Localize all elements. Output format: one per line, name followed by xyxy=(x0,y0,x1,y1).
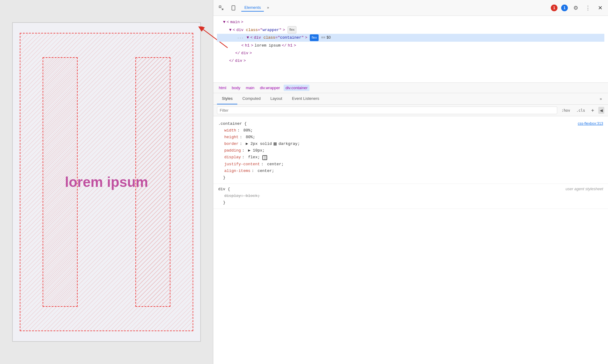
expand-dots[interactable]: ... xyxy=(235,34,246,41)
color-swatch-darkgray[interactable] xyxy=(274,142,277,145)
svg-rect-2 xyxy=(219,6,221,8)
inspector-tabs-more[interactable]: » xyxy=(597,93,604,104)
css-prop-height[interactable]: height : 80%; xyxy=(218,134,603,141)
toggle-sidebar-button[interactable]: ◀ xyxy=(598,107,604,114)
css-source-container[interactable]: css-flexbox:313 xyxy=(578,121,603,127)
tree-line-container[interactable]: ... ▼ <div class="container" > flex == $… xyxy=(217,34,604,41)
tree-line-h1[interactable]: <h1> lorem ipsum </h1> xyxy=(217,42,604,49)
error-badge[interactable]: 1 xyxy=(551,5,557,11)
flex-layout-icon[interactable] xyxy=(262,155,267,160)
flex-badge-container: flex xyxy=(310,34,319,41)
cls-button[interactable]: .cls xyxy=(575,107,587,114)
css-prop-align-items[interactable]: align-items : center; xyxy=(218,168,603,174)
wrapper-element: lorem ipsum xyxy=(20,33,193,331)
container-element: lorem ipsum xyxy=(43,57,170,307)
tree-line-close-container[interactable]: </div> xyxy=(217,49,604,57)
elements-tree: ▼ <main> ▼ <div class="wrapper" > flex .… xyxy=(213,16,608,83)
tab-elements[interactable]: Elements xyxy=(241,4,264,12)
tree-line-main[interactable]: ▼ <main> xyxy=(217,18,604,26)
tab-styles[interactable]: Styles xyxy=(217,93,237,104)
svg-rect-8 xyxy=(264,156,266,159)
breadcrumb-div-wrapper[interactable]: div.wrapper xyxy=(258,85,282,91)
svg-rect-3 xyxy=(232,5,235,10)
browser-content: lorem ipsum xyxy=(12,22,201,342)
more-options-button[interactable]: ⋮ xyxy=(584,4,592,12)
css-selector-div[interactable]: div { user agent stylesheet xyxy=(218,186,603,193)
css-prop-display[interactable]: display : flex; xyxy=(218,154,603,161)
add-style-rule-button[interactable]: + xyxy=(589,107,596,114)
inspector-tabs: Styles Computed Layout Event Listeners » xyxy=(213,93,608,105)
viewport-panel: lorem ipsum xyxy=(0,0,213,364)
svg-rect-7 xyxy=(263,156,264,159)
arrow-devtools xyxy=(598,16,608,40)
more-tabs-button[interactable]: » xyxy=(265,5,271,11)
tab-event-listeners[interactable]: Event Listeners xyxy=(287,93,324,104)
devtools-header: Elements » 1 1 ⚙ ⋮ ✕ xyxy=(213,0,608,16)
css-prop-padding[interactable]: padding : ▶ 10px; xyxy=(218,147,603,154)
breadcrumb-html[interactable]: html xyxy=(217,85,228,91)
inspect-element-button[interactable] xyxy=(217,4,225,12)
css-selector-container[interactable]: .container { css-flexbox:313 xyxy=(218,121,603,127)
filter-input[interactable] xyxy=(217,107,557,114)
ua-stylesheet-label: user agent stylesheet xyxy=(565,186,603,192)
css-prop-border[interactable]: border : ▶ 2px solid darkgray; xyxy=(218,141,603,147)
main-tabs: Elements » xyxy=(241,4,547,12)
tab-layout[interactable]: Layout xyxy=(265,93,287,104)
breadcrumb-bar: html body main div.wrapper div.container xyxy=(213,83,608,93)
device-toolbar-button[interactable] xyxy=(229,4,238,12)
css-rules-panel: .container { css-flexbox:313 width : 80%… xyxy=(213,116,608,364)
close-devtools-button[interactable]: ✕ xyxy=(596,4,604,12)
tab-computed[interactable]: Computed xyxy=(237,93,265,104)
tree-line-wrapper[interactable]: ▼ <div class="wrapper" > flex xyxy=(217,26,604,34)
lorem-ipsum-text: lorem ipsum xyxy=(65,174,148,190)
message-badge[interactable]: 1 xyxy=(561,5,568,11)
css-close-brace-div: } xyxy=(218,199,603,206)
settings-button[interactable]: ⚙ xyxy=(571,4,580,12)
css-close-brace-container: } xyxy=(218,174,603,181)
breadcrumb-div-container[interactable]: div.container xyxy=(284,85,309,91)
css-prop-width[interactable]: width : 80%; xyxy=(218,127,603,134)
css-rule-container: .container { css-flexbox:313 width : 80%… xyxy=(213,119,608,184)
breadcrumb-main[interactable]: main xyxy=(244,85,256,91)
css-prop-justify-content[interactable]: justify-content : center; xyxy=(218,161,603,168)
breadcrumb-body[interactable]: body xyxy=(230,85,242,91)
devtools-panel: Elements » 1 1 ⚙ ⋮ ✕ ▼ <main> ▼ <div cla… xyxy=(213,0,608,364)
css-prop-display-block[interactable]: display: block; xyxy=(218,193,603,199)
filter-bar: :hov .cls + ◀ xyxy=(213,105,608,116)
flex-badge-wrapper: flex xyxy=(288,26,296,33)
svg-rect-9 xyxy=(266,156,267,159)
css-rule-div-ua: div { user agent stylesheet display: blo… xyxy=(213,184,608,209)
tree-line-close-wrapper[interactable]: </div> xyxy=(217,57,604,65)
hov-button[interactable]: :hov xyxy=(560,107,572,114)
